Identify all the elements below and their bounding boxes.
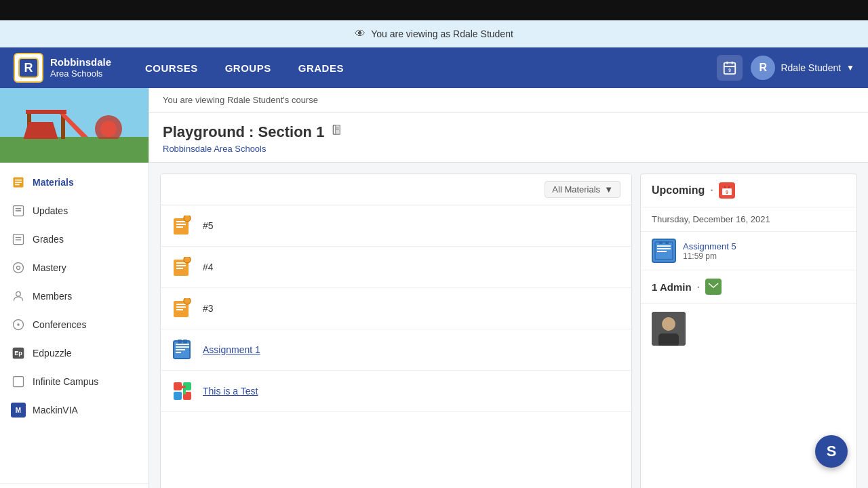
svg-rect-19 [15, 184, 20, 186]
material-label-4: #4 [203, 262, 214, 272]
main-content: You are viewing Rdale Student's course P… [149, 88, 868, 488]
material-label-assignment1: Assignment 1 [203, 344, 260, 355]
svg-rect-65 [183, 388, 186, 394]
sidebar-label-updates: Updates [33, 205, 68, 216]
upcoming-dot: · [710, 184, 713, 197]
all-materials-button[interactable]: All Materials ▼ [545, 181, 620, 198]
svg-rect-12 [26, 110, 66, 114]
svg-rect-39 [176, 221, 186, 222]
svg-rect-23 [14, 235, 24, 245]
chevron-down-icon: ▼ [846, 63, 854, 73]
svg-point-27 [17, 266, 20, 270]
upcoming-assignment-time: 11:59 pm [683, 251, 846, 261]
sidebar-label-edpuzzle: Edpuzzle [33, 348, 72, 359]
svg-rect-54 [176, 344, 189, 345]
upcoming-date: Thursday, December 16, 2021 [641, 207, 856, 232]
svg-point-15 [100, 121, 117, 137]
nav-courses[interactable]: COURSES [132, 47, 212, 88]
user-area[interactable]: R Rdale Student ▼ [751, 56, 854, 80]
svg-text:9: 9 [729, 68, 732, 73]
admin-header: 1 Admin · [641, 270, 856, 304]
content-body: All Materials ▼ [149, 163, 868, 488]
calendar-icon-button[interactable]: 9 [717, 55, 743, 81]
sidebar-item-information[interactable]: Information [0, 483, 149, 488]
upcoming-assignment-row[interactable]: Assignment 5 11:59 pm [641, 232, 856, 270]
course-school-link[interactable]: Robbinsdale Area Schools [163, 144, 854, 154]
svg-text:Ep: Ep [14, 350, 22, 357]
svg-rect-74 [657, 251, 667, 252]
course-title-text: Playground : Section 1 [163, 123, 324, 141]
members-icon [11, 289, 26, 304]
playground-thumbnail [0, 88, 149, 163]
sidebar-item-members[interactable]: Members [0, 282, 149, 310]
mackinvia-icon: M [11, 403, 26, 418]
sidebar-item-mastery[interactable]: Mastery [0, 253, 149, 282]
header-right: 9 R Rdale Student ▼ [717, 55, 854, 81]
material-item-3[interactable]: #3 [161, 288, 631, 329]
upcoming-assignment-icon [652, 239, 676, 263]
sidebar-label-mackinvia: MackinVIA [33, 405, 78, 415]
upcoming-assignment-info: Assignment 5 11:59 pm [683, 241, 846, 261]
main-header: R Robbinsdale Area Schools COURSES GROUP… [0, 47, 868, 88]
sidebar-item-edpuzzle[interactable]: Ep Edpuzzle [0, 339, 149, 367]
materials-section: All Materials ▼ [160, 174, 632, 488]
material-item-assignment1[interactable]: Assignment 1 [161, 329, 631, 371]
material-label-5: #5 [203, 220, 214, 231]
svg-point-26 [14, 263, 24, 273]
admin-email-icon[interactable] [705, 279, 722, 295]
sidebar-item-updates[interactable]: Updates [0, 197, 149, 225]
nav-groups[interactable]: GROUPS [212, 47, 285, 88]
floating-action-button[interactable]: S [815, 435, 848, 468]
material-icon-4 [172, 256, 193, 278]
top-notification-bar: 👁 You are viewing as Rdale Student [0, 20, 868, 47]
infinite-campus-icon [11, 374, 26, 389]
svg-rect-17 [15, 180, 22, 181]
course-header: Playground : Section 1 Robbinsdale Area … [149, 113, 868, 163]
sidebar-label-members: Members [33, 291, 72, 302]
course-doc-icon[interactable] [331, 124, 344, 141]
svg-rect-50 [176, 306, 186, 308]
material-icon-3 [172, 298, 193, 319]
eye-icon: 👁 [355, 28, 366, 40]
svg-rect-57 [176, 352, 181, 353]
svg-rect-51 [176, 309, 183, 310]
logo-area[interactable]: R Robbinsdale Area Schools [14, 53, 125, 83]
material-item-test[interactable]: This is a Test [161, 371, 631, 412]
nav-grades[interactable]: GRADES [285, 47, 357, 88]
materials-header: All Materials ▼ [161, 174, 631, 205]
svg-rect-70 [728, 186, 730, 188]
material-item-4[interactable]: #4 [161, 247, 631, 288]
conferences-icon [11, 317, 26, 332]
upcoming-assignment-name[interactable]: Assignment 5 [683, 241, 846, 251]
floating-button-initial: S [827, 443, 837, 460]
svg-rect-76 [665, 241, 669, 244]
svg-text:R: R [24, 61, 33, 75]
sidebar-item-conferences[interactable]: Conferences [0, 310, 149, 339]
sidebar-item-materials[interactable]: Materials [0, 168, 149, 197]
svg-rect-62 [174, 392, 182, 400]
svg-point-79 [662, 317, 675, 331]
course-image [0, 88, 149, 163]
svg-rect-69 [724, 186, 726, 188]
sidebar: Materials Updates [0, 88, 149, 488]
sidebar-navigation: Materials Updates [0, 163, 149, 483]
svg-text:9: 9 [726, 190, 728, 195]
user-initial: R [760, 62, 768, 74]
sidebar-item-grades[interactable]: Grades [0, 225, 149, 253]
logo-badge: R [14, 53, 43, 83]
course-title: Playground : Section 1 [163, 123, 854, 141]
sidebar-item-mackinvia[interactable]: M MackinVIA [0, 396, 149, 424]
svg-rect-75 [659, 241, 663, 244]
sidebar-item-infinite-campus[interactable]: Infinite Campus [0, 367, 149, 396]
svg-rect-56 [176, 349, 185, 350]
admin-avatar[interactable] [652, 312, 686, 346]
material-label-test: This is a Test [203, 386, 258, 396]
svg-rect-45 [176, 265, 186, 266]
upcoming-calendar-icon[interactable]: 9 [719, 182, 735, 199]
material-item-5[interactable]: #5 [161, 205, 631, 247]
svg-rect-58 [178, 340, 182, 344]
svg-rect-41 [176, 226, 183, 228]
svg-point-47 [184, 257, 191, 263]
mastery-icon [11, 260, 26, 275]
materials-icon [11, 175, 26, 190]
